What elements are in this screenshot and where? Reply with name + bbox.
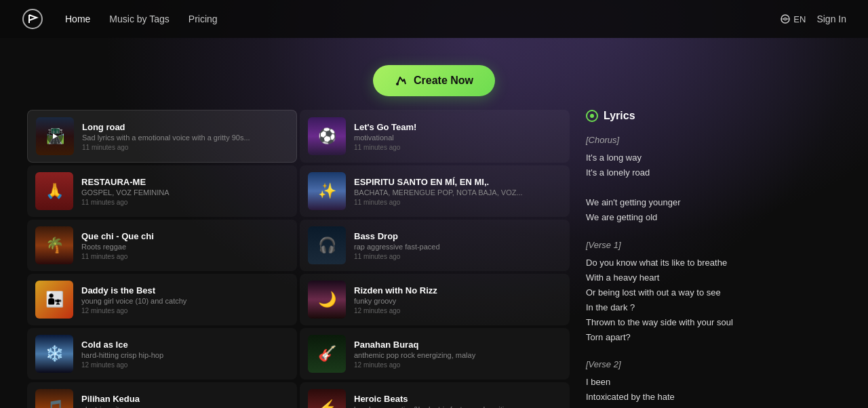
- nav-right: EN Sign In: [780, 14, 846, 24]
- song-info: Daddy is the Best young girl voice (10) …: [81, 285, 289, 314]
- logo[interactable]: [22, 8, 43, 30]
- lyrics-line: Or being lost with out a way to see: [586, 285, 787, 300]
- song-time: 12 minutes ago: [81, 361, 289, 369]
- lyrics-section-label: [Verse 2]: [586, 357, 787, 372]
- song-info: RESTAURA-ME GOSPEL, VOZ FEMININA 11 minu…: [81, 177, 289, 206]
- song-title: Panahan Buraq: [354, 340, 561, 350]
- lyrics-line: We are getting old: [586, 210, 787, 225]
- song-title: Long road: [82, 122, 288, 132]
- lyrics-line: many women Caused some times: [586, 405, 787, 409]
- song-title: Cold as Ice: [81, 340, 289, 350]
- song-tags: electric guitar: [81, 405, 289, 409]
- nav-links: Home Music by Tags Pricing: [65, 14, 780, 24]
- song-card-long-road[interactable]: 🛣️ Long road Sad lyrics with a emotional…: [27, 110, 297, 163]
- svg-point-5: [590, 114, 594, 118]
- main-content: 🛣️ Long road Sad lyrics with a emotional…: [0, 110, 868, 408]
- song-time: 11 minutes ago: [82, 144, 288, 151]
- song-time: 11 minutes ago: [354, 199, 561, 206]
- song-card-lets-go-team[interactable]: ⚽ Let's Go Team! motivational 11 minutes…: [300, 110, 570, 163]
- lyrics-line: It's a long way: [586, 150, 787, 165]
- song-title: Heroic Beats: [354, 394, 561, 404]
- song-time: 12 minutes ago: [354, 307, 561, 314]
- song-thumbnail: 🎵: [35, 389, 73, 408]
- song-thumbnail: 👨‍👧: [35, 281, 73, 319]
- svg-marker-4: [53, 134, 58, 139]
- lyrics-section: [Verse 1]Do you know what its like to br…: [586, 238, 787, 346]
- song-title: Rizden with No Rizz: [354, 285, 561, 295]
- song-title: Daddy is the Best: [81, 285, 289, 295]
- lyrics-section: [Chorus]It's a long wayIt's a lonely roa…: [586, 133, 787, 226]
- song-card-bass-drop[interactable]: 🎧 Bass Drop rap aggressive fast-paced 11…: [300, 220, 570, 271]
- hero-section: Create Now: [0, 38, 868, 110]
- song-tags: Roots reggae: [81, 243, 289, 251]
- song-thumbnail: 🌴: [35, 226, 73, 264]
- play-button[interactable]: [47, 128, 63, 144]
- lyrics-panel: Lyrics [Chorus]It's a long wayIt's a lon…: [570, 110, 787, 408]
- song-card-cold-ice[interactable]: ❄️ Cold as Ice hard-hitting crisp hip-ho…: [27, 328, 297, 380]
- song-time: 11 minutes ago: [354, 144, 561, 151]
- song-info: Let's Go Team! motivational 11 minutes a…: [354, 122, 561, 151]
- song-info: Que chi - Que chi Roots reggae 11 minute…: [81, 231, 289, 260]
- song-time: 12 minutes ago: [81, 307, 289, 314]
- song-list: 🛣️ Long road Sad lyrics with a emotional…: [27, 110, 570, 408]
- song-title: ESPIRITU SANTO EN MÍ, EN MI,.: [354, 177, 561, 187]
- song-thumbnail: 🛣️: [36, 117, 74, 155]
- song-tags: breakcore exotic r&b electric fast-paced…: [354, 405, 561, 409]
- song-tags: GOSPEL, VOZ FEMININA: [81, 188, 289, 197]
- nav-music-by-tags[interactable]: Music by Tags: [109, 14, 169, 24]
- song-tags: BACHATA, MERENGUE POP, NOTA BAJA, VOZ...: [354, 188, 561, 197]
- song-card-restaura-me[interactable]: 🙏 RESTAURA-ME GOSPEL, VOZ FEMININA 11 mi…: [27, 165, 297, 217]
- nav-pricing[interactable]: Pricing: [189, 14, 218, 24]
- lyrics-section-label: [Chorus]: [586, 133, 787, 148]
- song-tags: young girl voice (10) and catchy: [81, 297, 289, 305]
- song-card-daddy-best[interactable]: 👨‍👧 Daddy is the Best young girl voice (…: [27, 274, 297, 325]
- song-card-heroic-beats[interactable]: ⚡ Heroic Beats breakcore exotic r&b elec…: [300, 382, 570, 408]
- song-card-que-chi[interactable]: 🌴 Que chi - Que chi Roots reggae 11 minu…: [27, 220, 297, 271]
- lyrics-line: We ain't getting younger: [586, 195, 787, 210]
- svg-point-3: [396, 83, 399, 85]
- song-info: Rizden with No Rizz funky groovy 12 minu…: [354, 285, 561, 314]
- song-info: Pilihan Kedua electric guitar 12 minutes…: [81, 394, 289, 409]
- song-tags: hard-hitting crisp hip-hop: [81, 351, 289, 359]
- song-thumbnail: 🎧: [308, 226, 346, 264]
- lyrics-line: Thrown to the way side with your soul: [586, 315, 787, 330]
- song-tags: funky groovy: [354, 297, 561, 305]
- song-tags: motivational: [354, 134, 561, 142]
- lyrics-line: Torn apart?: [586, 330, 787, 345]
- nav-home[interactable]: Home: [65, 14, 90, 24]
- lyrics-content: [Chorus]It's a long wayIt's a lonely roa…: [586, 133, 787, 408]
- song-info: Long road Sad lyrics with a emotional vo…: [82, 122, 288, 151]
- create-now-button[interactable]: Create Now: [373, 65, 495, 96]
- song-info: Cold as Ice hard-hitting crisp hip-hop 1…: [81, 340, 289, 369]
- song-thumbnail: 🙏: [35, 172, 73, 210]
- lyrics-header: Lyrics: [586, 110, 787, 122]
- lyrics-line: With a heavy heart: [586, 270, 787, 285]
- lyrics-line: Intoxicated by the hate: [586, 390, 787, 405]
- song-thumbnail: ⚡: [308, 389, 346, 408]
- song-card-panahan[interactable]: 🎸 Panahan Buraq anthemic pop rock energi…: [300, 328, 570, 380]
- lyrics-line: It's a lonely road: [586, 165, 787, 180]
- song-time: 11 minutes ago: [81, 253, 289, 260]
- song-time: 11 minutes ago: [354, 253, 561, 260]
- song-title: Let's Go Team!: [354, 122, 561, 132]
- lyrics-line: In the dark ?: [586, 300, 787, 315]
- lyrics-line: I been: [586, 375, 787, 390]
- lyrics-line: [586, 180, 787, 195]
- song-info: Panahan Buraq anthemic pop rock energizi…: [354, 340, 561, 369]
- song-card-rizden[interactable]: 🌙 Rizden with No Rizz funky groovy 12 mi…: [300, 274, 570, 325]
- song-tags: rap aggressive fast-paced: [354, 243, 561, 251]
- song-title: Que chi - Que chi: [81, 231, 289, 241]
- song-thumbnail: ✨: [308, 172, 346, 210]
- lyrics-icon: [586, 110, 598, 122]
- song-info: ESPIRITU SANTO EN MÍ, EN MI,. BACHATA, M…: [354, 177, 561, 206]
- song-time: 12 minutes ago: [354, 361, 561, 369]
- sign-in-button[interactable]: Sign In: [816, 14, 846, 24]
- song-tags: anthemic pop rock energizing, malay: [354, 351, 561, 359]
- song-card-pilihan-kedua[interactable]: 🎵 Pilihan Kedua electric guitar 12 minut…: [27, 382, 297, 408]
- song-thumbnail: ⚽: [308, 117, 346, 155]
- language-button[interactable]: EN: [780, 14, 806, 24]
- song-card-espiritu-santo[interactable]: ✨ ESPIRITU SANTO EN MÍ, EN MI,. BACHATA,…: [300, 165, 570, 217]
- song-thumbnail: 🎸: [308, 335, 346, 373]
- song-thumbnail: ❄️: [35, 335, 73, 373]
- lang-label: EN: [793, 14, 806, 24]
